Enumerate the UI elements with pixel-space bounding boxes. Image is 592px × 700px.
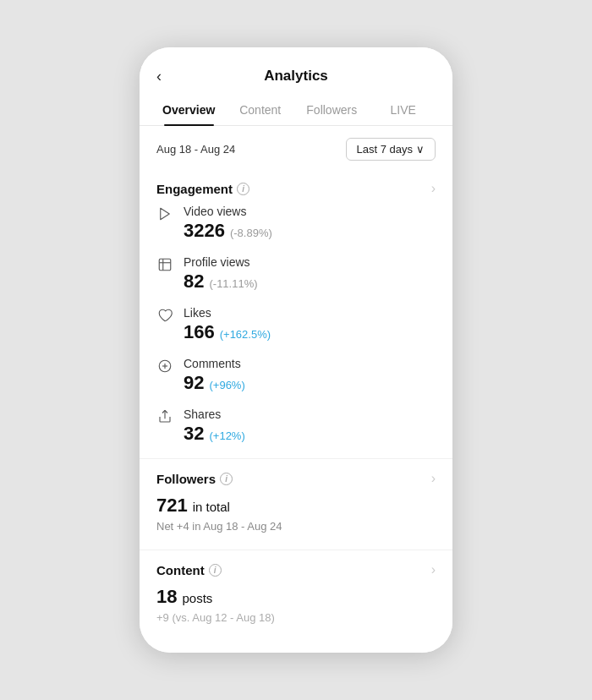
followers-chevron-icon: › (431, 471, 436, 486)
followers-total-number: 721 (156, 495, 188, 517)
screen: ‹ Analytics Overview Content Followers L… (140, 47, 452, 653)
video-views-label: Video views (184, 205, 272, 218)
comments-label: Comments (184, 357, 245, 370)
svg-marker-0 (161, 208, 170, 220)
metric-comments: Comments 92 (+96%) (156, 357, 436, 394)
chevron-down-icon: ∨ (416, 143, 425, 156)
heart-icon (156, 307, 173, 324)
page-title: Analytics (264, 68, 328, 85)
content-chevron-icon: › (431, 562, 436, 577)
content-info-icon: i (209, 564, 222, 577)
followers-section: Followers i › 721 in total Net +4 in Aug… (140, 459, 452, 541)
tabs-bar: Overview Content Followers LIVE (140, 95, 452, 126)
content-title: Content (156, 563, 205, 577)
video-views-change: (-8.89%) (230, 227, 272, 239)
metric-profile-views: Profile views 82 (-11.11%) (156, 255, 436, 293)
play-icon (156, 205, 173, 222)
date-row: Aug 18 - Aug 24 Last 7 days ∨ (140, 126, 452, 169)
share-icon (156, 408, 173, 425)
comments-value: 92 (184, 372, 204, 394)
metric-video-views: Video views 3226 (-8.89%) (156, 205, 436, 242)
content-title-row: Content i (156, 563, 222, 577)
shares-value: 32 (184, 423, 204, 445)
likes-change: (+162.5%) (220, 328, 271, 341)
followers-total-row: 721 in total (156, 495, 436, 517)
content-posts-row: 18 posts (156, 586, 436, 608)
shares-label: Shares (184, 407, 245, 421)
metric-likes: Likes 166 (+162.5%) (156, 306, 436, 343)
profile-views-label: Profile views (184, 255, 258, 269)
profile-icon (156, 256, 173, 273)
content-posts-label: posts (182, 591, 212, 605)
comments-change: (+96%) (209, 379, 244, 391)
date-filter-label: Last 7 days (357, 143, 414, 156)
metric-shares: Shares 32 (+12%) (156, 407, 436, 445)
header: ‹ Analytics (140, 61, 452, 95)
tab-content[interactable]: Content (225, 95, 297, 125)
comment-icon (156, 358, 173, 375)
engagement-chevron-icon: › (431, 181, 436, 196)
shares-change: (+12%) (209, 429, 244, 442)
engagement-header[interactable]: Engagement i › (156, 181, 436, 196)
date-filter-button[interactable]: Last 7 days ∨ (346, 138, 436, 161)
followers-net-label: Net +4 in Aug 18 - Aug 24 (156, 520, 436, 533)
engagement-section: Engagement i › Video views 3226 (-8.89%) (140, 169, 452, 445)
engagement-info-icon: i (237, 183, 249, 195)
tab-overview[interactable]: Overview (153, 95, 225, 125)
engagement-title: Engagement (156, 182, 233, 196)
content-header[interactable]: Content i › (156, 562, 436, 577)
tab-live[interactable]: LIVE (368, 95, 440, 125)
phone-frame: ‹ Analytics Overview Content Followers L… (140, 47, 452, 653)
svg-rect-1 (159, 259, 171, 271)
likes-value: 166 (184, 321, 215, 343)
followers-title-row: Followers i (156, 472, 233, 486)
back-button[interactable]: ‹ (156, 64, 168, 89)
profile-views-change: (-11.11%) (209, 277, 257, 290)
tab-followers[interactable]: Followers (296, 95, 368, 125)
content-vs-label: +9 (vs. Aug 12 - Aug 18) (156, 611, 436, 624)
profile-views-value: 82 (184, 271, 204, 293)
content-posts-number: 18 (156, 586, 177, 608)
followers-title: Followers (156, 472, 216, 486)
video-views-value: 3226 (184, 220, 225, 242)
likes-label: Likes (184, 306, 271, 320)
date-range-label: Aug 18 - Aug 24 (156, 143, 235, 156)
content-section: Content i › 18 posts +9 (vs. Aug 12 - Au… (140, 550, 452, 632)
followers-header[interactable]: Followers i › (156, 471, 436, 486)
followers-total-label: in total (193, 500, 230, 514)
engagement-title-row: Engagement i (156, 182, 249, 196)
followers-info-icon: i (220, 473, 233, 485)
